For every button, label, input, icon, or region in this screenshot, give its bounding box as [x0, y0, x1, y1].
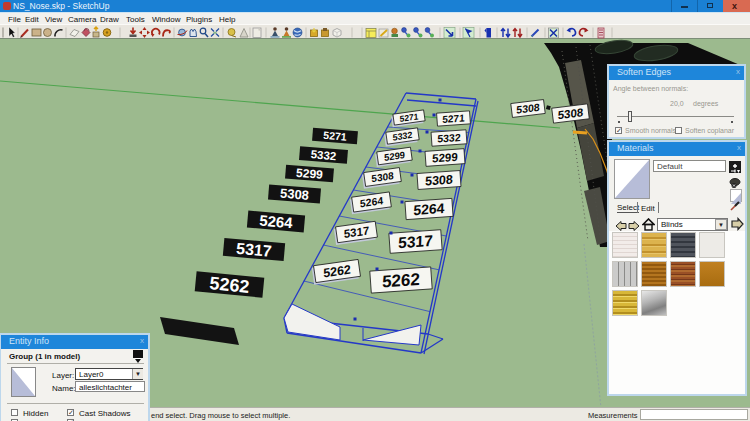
svg-text:5262: 5262: [209, 273, 251, 297]
svg-text:5264: 5264: [413, 200, 445, 218]
svg-text:5271: 5271: [323, 129, 347, 143]
svg-text:5308: 5308: [425, 173, 453, 189]
svg-text:5299: 5299: [296, 166, 324, 182]
svg-text:5299: 5299: [432, 151, 458, 165]
svg-text:5264: 5264: [259, 211, 294, 231]
svg-text:5317: 5317: [236, 240, 273, 260]
svg-text:5308: 5308: [279, 186, 309, 203]
svg-text:5317: 5317: [398, 232, 433, 251]
svg-text:5271: 5271: [442, 112, 465, 125]
svg-text:5332: 5332: [310, 148, 336, 162]
svg-text:5262: 5262: [382, 270, 420, 292]
svg-text:5332: 5332: [437, 131, 461, 145]
